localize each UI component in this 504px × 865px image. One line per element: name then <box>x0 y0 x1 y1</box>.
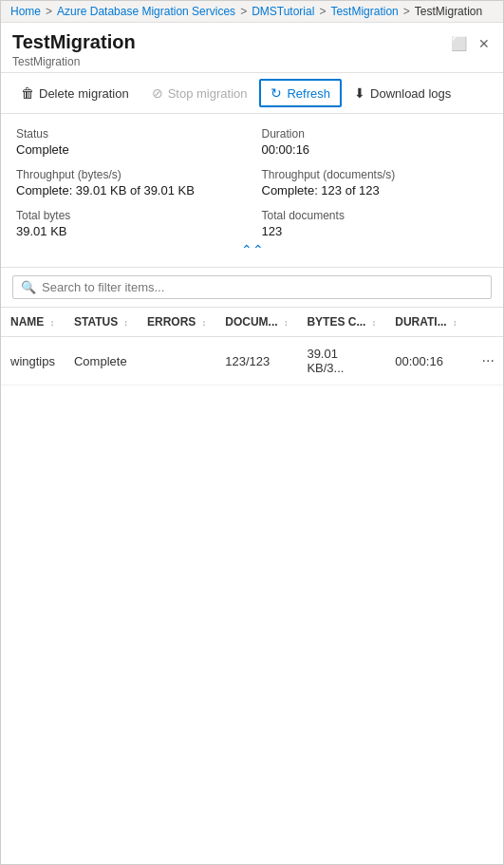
refresh-icon: ↻ <box>271 85 282 101</box>
page-subtitle: TestMigration <box>12 55 136 68</box>
cell-status: Complete <box>65 337 138 385</box>
cell-duration: 00:00:16 <box>385 337 466 385</box>
migration-table: NAME ↕ STATUS ↕ ERRORS ↕ DOCUM... ↕ BYTE… <box>1 308 504 385</box>
stop-migration-label: Stop migration <box>168 86 248 101</box>
throughput-docs-value: Complete: 123 of 123 <box>262 183 489 197</box>
toolbar: 🗑 Delete migration ⊘ Stop migration ↻ Re… <box>1 73 503 114</box>
sort-duration-icon: ↕ <box>453 318 457 328</box>
col-actions <box>467 308 504 337</box>
cell-more: ··· <box>467 337 504 385</box>
breadcrumb-dms[interactable]: Azure Database Migration Services <box>57 5 235 18</box>
search-icon: 🔍 <box>21 280 36 294</box>
sort-errors-icon: ↕ <box>202 318 207 328</box>
col-status[interactable]: STATUS ↕ <box>65 308 138 337</box>
sort-name-icon: ↕ <box>50 318 55 328</box>
col-errors[interactable]: ERRORS ↕ <box>138 308 215 337</box>
breadcrumb-testmigration-parent[interactable]: TestMigration <box>330 5 398 18</box>
breadcrumb-sep-3: > <box>319 5 326 18</box>
header-icons: ⬜ ✕ <box>449 34 492 53</box>
sort-status-icon: ↕ <box>124 318 129 328</box>
status-value: Complete <box>16 142 243 157</box>
breadcrumb-dmstutorial[interactable]: DMSTutorial <box>252 5 314 18</box>
table-body: wingtips Complete 123/123 39.01 KB/3... … <box>1 337 504 385</box>
stop-icon: ⊘ <box>152 85 163 101</box>
table-row: wingtips Complete 123/123 39.01 KB/3... … <box>1 337 504 385</box>
total-docs-item: Total documents 123 <box>262 209 489 238</box>
col-duration[interactable]: DURATI... ↕ <box>385 308 466 337</box>
search-input[interactable] <box>42 280 483 294</box>
total-bytes-item: Total bytes 39.01 KB <box>16 209 243 238</box>
duration-item: Duration 00:00:16 <box>262 127 489 157</box>
breadcrumb-current: TestMigration <box>415 5 482 18</box>
collapse-button[interactable]: ⌃⌃ <box>241 242 264 257</box>
cell-documents: 123/123 <box>215 337 297 385</box>
total-bytes-value: 39.01 KB <box>16 224 243 238</box>
total-docs-label: Total documents <box>262 209 489 222</box>
stop-migration-button[interactable]: ⊘ Stop migration <box>141 80 258 106</box>
breadcrumb-sep-1: > <box>46 5 52 18</box>
col-bytes[interactable]: BYTES C... ↕ <box>297 308 385 337</box>
cell-name: wingtips <box>1 337 65 385</box>
throughput-bytes-item: Throughput (bytes/s) Complete: 39.01 KB … <box>16 168 243 197</box>
collapse-section: ⌃⌃ <box>16 238 488 259</box>
throughput-docs-item: Throughput (documents/s) Complete: 123 o… <box>262 168 489 197</box>
sort-bytes-icon: ↕ <box>372 318 377 328</box>
refresh-button[interactable]: ↻ Refresh <box>259 79 342 107</box>
info-panel: Status Complete Duration 00:00:16 Throug… <box>1 114 503 268</box>
close-button[interactable]: ✕ <box>476 34 492 53</box>
breadcrumb-home[interactable]: Home <box>10 5 41 18</box>
total-docs-value: 123 <box>262 224 489 238</box>
header-left: TestMigration TestMigration <box>12 30 136 68</box>
breadcrumb-sep-4: > <box>403 5 410 18</box>
breadcrumb: Home > Azure Database Migration Services… <box>1 1 503 23</box>
download-icon: ⬇ <box>354 85 365 101</box>
page-header: TestMigration TestMigration ⬜ ✕ <box>1 23 503 73</box>
breadcrumb-sep-2: > <box>240 5 247 18</box>
sort-docs-icon: ↕ <box>284 318 289 328</box>
info-grid: Status Complete Duration 00:00:16 Throug… <box>16 127 488 238</box>
total-bytes-label: Total bytes <box>16 209 243 222</box>
table-header: NAME ↕ STATUS ↕ ERRORS ↕ DOCUM... ↕ BYTE… <box>1 308 504 337</box>
duration-label: Duration <box>262 127 489 141</box>
data-table: NAME ↕ STATUS ↕ ERRORS ↕ DOCUM... ↕ BYTE… <box>1 308 503 385</box>
delete-migration-button[interactable]: 🗑 Delete migration <box>10 80 140 106</box>
throughput-docs-label: Throughput (documents/s) <box>262 168 489 181</box>
status-item: Status Complete <box>16 127 243 157</box>
delete-icon: 🗑 <box>21 85 34 101</box>
download-logs-label: Download logs <box>370 86 451 101</box>
refresh-label: Refresh <box>287 86 330 101</box>
search-bar: 🔍 <box>1 268 503 308</box>
search-input-wrap: 🔍 <box>12 275 492 299</box>
status-label: Status <box>16 127 243 141</box>
throughput-bytes-label: Throughput (bytes/s) <box>16 168 243 181</box>
download-logs-button[interactable]: ⬇ Download logs <box>344 80 461 106</box>
cell-errors <box>138 337 215 385</box>
col-documents[interactable]: DOCUM... ↕ <box>215 308 297 337</box>
delete-migration-label: Delete migration <box>39 86 129 101</box>
col-name[interactable]: NAME ↕ <box>1 308 65 337</box>
throughput-bytes-value: Complete: 39.01 KB of 39.01 KB <box>16 183 243 197</box>
duration-value: 00:00:16 <box>262 142 489 157</box>
more-options-button[interactable]: ··· <box>476 350 500 371</box>
cell-bytes: 39.01 KB/3... <box>297 337 385 385</box>
maximize-button[interactable]: ⬜ <box>449 34 469 53</box>
page-title: TestMigration <box>12 30 136 53</box>
